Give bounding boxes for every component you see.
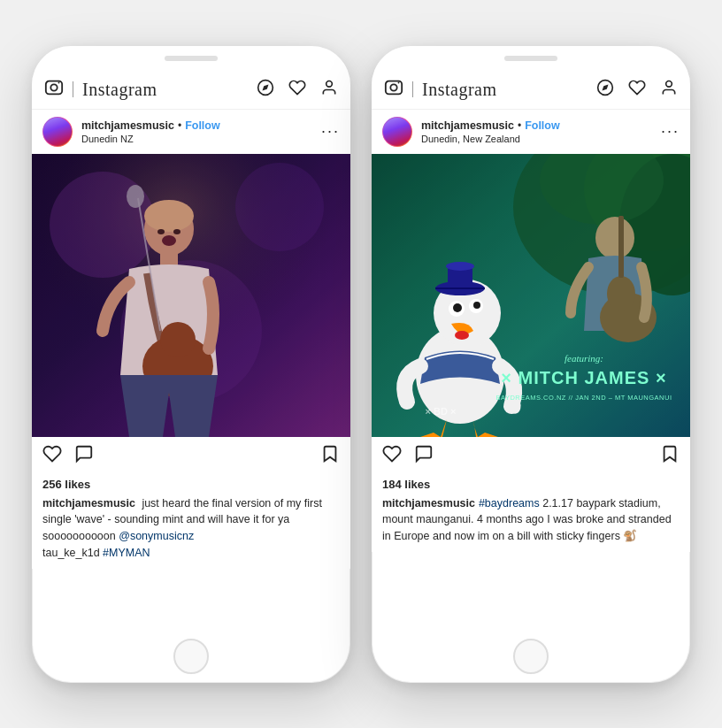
phone-2-avatar: [382, 117, 412, 147]
svg-text:× BD ×: × BD ×: [426, 406, 457, 417]
phone-2-bookmark-button[interactable]: [660, 444, 680, 469]
phone-2-speaker: [504, 56, 557, 61]
phone-1-top-bar: [32, 46, 350, 71]
phone-1-ig-header: Instagram: [32, 71, 350, 110]
phone-1-caption-username: mitchjamesmusic: [42, 497, 135, 510]
phone-2-post-image: × BD × featuring: × MITCH JAMES × BAYDRE…: [372, 154, 690, 437]
phone-2-likes-count: 184 likes: [382, 478, 430, 491]
svg-point-5: [326, 80, 333, 87]
phone-2-like-button[interactable]: [382, 444, 402, 469]
phone-1-avatar: [42, 117, 73, 147]
svg-point-43: [446, 262, 474, 271]
phone-2-comment-button[interactable]: [414, 444, 434, 469]
svg-point-48: [455, 331, 469, 340]
svg-point-46: [453, 303, 462, 312]
phone-2-compass-icon[interactable]: [596, 79, 614, 101]
phone-2-follow-button[interactable]: Follow: [525, 119, 560, 133]
phone-2-logo-divider: [412, 81, 413, 97]
phone-2-caption: mitchjamesmusic#baydreams 2.1.17 baypark…: [372, 495, 690, 552]
svg-point-24: [398, 81, 400, 83]
svg-point-47: [473, 302, 480, 309]
phone-1-location: Dunedin NZ: [81, 134, 314, 144]
phone-2: Instagram: [372, 46, 690, 683]
phone-1: Instagram: [32, 46, 350, 683]
phone-2-post-header: mitchjamesmusic • Follow Dunedin, New Ze…: [372, 110, 690, 154]
phone-2-wordmark: Instagram: [422, 80, 496, 100]
phone-2-top-bar: [372, 46, 690, 71]
phone-1-user-info: mitchjamesmusic • Follow Dunedin NZ: [81, 119, 314, 144]
svg-rect-22: [386, 80, 402, 94]
svg-point-27: [666, 80, 672, 87]
svg-rect-0: [46, 80, 62, 94]
phone-1-comment-button[interactable]: [74, 444, 94, 469]
phone-1-follow-dot: •: [178, 119, 181, 132]
phone-2-actions-left: [382, 444, 660, 469]
phone-1-wordmark: Instagram: [82, 80, 157, 100]
phone-1-post-header: mitchjamesmusic • Follow Dunedin NZ ···: [32, 110, 350, 154]
phone-2-more-button[interactable]: ···: [654, 122, 680, 141]
phone-1-post-actions: [32, 437, 350, 476]
phone-1-caption-mention[interactable]: @sonymusicnz: [119, 530, 194, 542]
phone-1-likes-count: 256 likes: [42, 478, 90, 491]
svg-text:BAYDREAMS.CO.NZ // JAN 2ND – M: BAYDREAMS.CO.NZ // JAN 2ND – MT MAUNGANU…: [496, 394, 672, 402]
svg-rect-21: [32, 154, 350, 437]
phone-1-follow-button[interactable]: Follow: [185, 119, 220, 133]
svg-point-1: [50, 84, 57, 90]
phone-2-location: Dunedin, New Zealand: [421, 134, 654, 144]
phone-2-caption-hashtag[interactable]: #baydreams: [479, 497, 540, 510]
phone-2-caption-username: mitchjamesmusic: [382, 497, 475, 510]
phone-1-logo-group: Instagram: [44, 78, 257, 102]
phone-1-likes: 256 likes: [32, 476, 350, 495]
phone-1-like-button[interactable]: [42, 444, 62, 469]
phone-1-header-icons: [257, 79, 338, 101]
phone-1-caption-line2: tau_ke_k1d: [42, 547, 103, 559]
svg-marker-4: [262, 84, 268, 90]
phone-1-caption-hashtag[interactable]: #MYMAN: [103, 547, 150, 559]
phone-1-speaker: [165, 56, 218, 61]
phone-2-header-icons: [596, 79, 678, 101]
svg-marker-26: [602, 84, 608, 90]
phone-1-username: mitchjamesmusic: [81, 119, 174, 133]
phone-1-bookmark-button[interactable]: [320, 444, 340, 469]
phone-2-person-icon[interactable]: [660, 79, 678, 101]
phone-2-heart-icon[interactable]: [628, 79, 646, 101]
phone-1-more-button[interactable]: ···: [314, 122, 340, 141]
phone-1-caption: mitchjamesmusic just heard the final ver…: [32, 495, 350, 569]
phone-2-post-actions: [372, 437, 690, 476]
phone-2-home-button[interactable]: [513, 639, 549, 674]
phones-container: Instagram: [14, 11, 708, 718]
svg-point-2: [58, 81, 60, 83]
phone-1-post-image: [32, 154, 350, 437]
logo-divider: [73, 81, 73, 97]
phone-1-home-button[interactable]: [173, 639, 209, 674]
heart-icon[interactable]: [288, 79, 306, 101]
svg-text:featuring:: featuring:: [565, 353, 603, 364]
phone-2-username: mitchjamesmusic: [421, 119, 514, 133]
phone-2-likes: 184 likes: [372, 476, 690, 495]
phone-2-logo-group: Instagram: [384, 78, 596, 102]
svg-point-23: [390, 84, 396, 90]
phone-2-user-info: mitchjamesmusic • Follow Dunedin, New Ze…: [421, 119, 654, 144]
phone-2-camera-icon: [384, 78, 403, 102]
svg-text:× MITCH JAMES ×: × MITCH JAMES ×: [501, 368, 666, 387]
phone-2-follow-dot: •: [518, 119, 521, 132]
phone-2-ig-header: Instagram: [372, 71, 690, 110]
camera-icon: [44, 78, 64, 102]
compass-icon[interactable]: [257, 79, 274, 101]
phone-1-actions-left: [42, 444, 320, 469]
person-icon[interactable]: [320, 79, 338, 101]
